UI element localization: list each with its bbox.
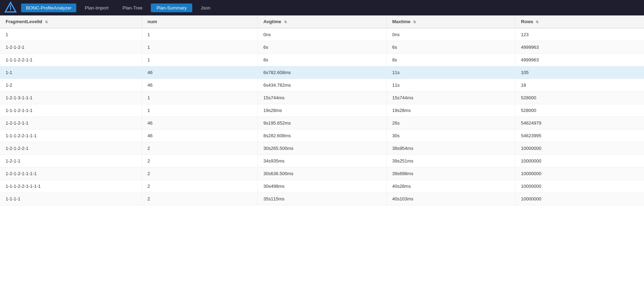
- cell-rows: 105: [515, 66, 644, 79]
- cell-avgtime: 15s744ms: [258, 92, 386, 104]
- cell-num: 1: [142, 104, 258, 117]
- tab-plan-import[interactable]: Plan-Import: [79, 4, 114, 12]
- cell-rows: 54624979: [515, 117, 644, 130]
- table-row[interactable]: 110ns0ns123: [0, 28, 644, 41]
- cell-maxtime: 6s: [386, 41, 515, 54]
- cell-avgtime: 30s636.500ms: [258, 167, 386, 180]
- table-row[interactable]: 1-1-1-2-2-1-1-1-1230s498ms40s28ms1000000…: [0, 180, 644, 193]
- cell-avgtime: 19s28ms: [258, 104, 386, 117]
- table-row[interactable]: 1-1466s782.608ms11s105: [0, 66, 644, 79]
- sort-icon-avgtime: ⇅: [284, 20, 287, 24]
- brand-button[interactable]: BONC-ProfileAnalyzer: [21, 4, 76, 12]
- cell-fragment: 1-1-1-2-2-1-1-1: [0, 130, 142, 142]
- tab-json[interactable]: Json: [195, 4, 216, 12]
- cell-avgtime: 6s434.782ms: [258, 79, 386, 92]
- app-logo: [4, 1, 17, 14]
- table-body: 110ns0ns1231-2-1-2-116s6s49999631-1-1-2-…: [0, 28, 644, 205]
- table-row[interactable]: 1-1-1-2-2-1-118s8s4999963: [0, 54, 644, 66]
- col-label-maxtime: Maxtime: [392, 19, 411, 24]
- table-row[interactable]: 1-2-1-3-1-1-1115s744ms15s744ms528000: [0, 92, 644, 104]
- cell-rows: 10000000: [515, 142, 644, 155]
- cell-fragment: 1-2: [0, 79, 142, 92]
- cell-fragment: 1-2-1-3-1-1-1: [0, 92, 142, 104]
- cell-rows: 54623995: [515, 130, 644, 142]
- data-table: FragmentLevelId ⇅ num Avgtime ⇅ Maxtime …: [0, 15, 644, 205]
- cell-num: 2: [142, 193, 258, 205]
- cell-maxtime: 11s: [386, 79, 515, 92]
- table-row[interactable]: 1-2-1-1234s935ms39s251ms10000000: [0, 155, 644, 167]
- cell-fragment: 1-1-1-2-1-1-1: [0, 104, 142, 117]
- cell-maxtime: 19s28ms: [386, 104, 515, 117]
- table-row[interactable]: 1-2-1-2-116s6s4999963: [0, 41, 644, 54]
- cell-fragment: 1-1-1-2-2-1-1-1-1: [0, 180, 142, 193]
- table-row[interactable]: 1-2-1-2-2-1230s265.500ms38s954ms10000000: [0, 142, 644, 155]
- cell-rows: 528000: [515, 92, 644, 104]
- cell-maxtime: 8s: [386, 54, 515, 66]
- tab-plan-tree[interactable]: Plan-Tree: [117, 4, 148, 12]
- cell-rows: 123: [515, 28, 644, 41]
- cell-avgtime: 8s282.608ms: [258, 130, 386, 142]
- cell-maxtime: 11s: [386, 66, 515, 79]
- col-label-num: num: [148, 19, 157, 24]
- cell-rows: 4999963: [515, 41, 644, 54]
- cell-rows: 10000000: [515, 193, 644, 205]
- cell-maxtime: 30s: [386, 130, 515, 142]
- col-header-avgtime[interactable]: Avgtime ⇅: [258, 15, 386, 28]
- cell-fragment: 1-2-1-2-1-1-1-1: [0, 167, 142, 180]
- table-row[interactable]: 1-2-1-2-1-1-1-1230s636.500ms39s698ms1000…: [0, 167, 644, 180]
- cell-num: 2: [142, 155, 258, 167]
- cell-fragment: 1-1: [0, 66, 142, 79]
- table-row[interactable]: 1-1-1-1235s115ms40s103ms10000000: [0, 193, 644, 205]
- sort-icon-fragment: ⇅: [45, 20, 48, 24]
- sort-icon-rows: ⇅: [536, 20, 539, 24]
- col-label-avgtime: Avgtime: [263, 19, 281, 24]
- cell-num: 1: [142, 28, 258, 41]
- cell-maxtime: 26s: [386, 117, 515, 130]
- cell-maxtime: 40s103ms: [386, 193, 515, 205]
- cell-avgtime: 35s115ms: [258, 193, 386, 205]
- cell-num: 2: [142, 180, 258, 193]
- table-container: FragmentLevelId ⇅ num Avgtime ⇅ Maxtime …: [0, 15, 644, 298]
- cell-fragment: 1-1-1-2-2-1-1: [0, 54, 142, 66]
- table-row[interactable]: 1-1-1-2-2-1-1-1468s282.608ms30s54623995: [0, 130, 644, 142]
- cell-avgtime: 34s935ms: [258, 155, 386, 167]
- cell-num: 2: [142, 167, 258, 180]
- table-row[interactable]: 1-2466s434.782ms11s18: [0, 79, 644, 92]
- col-header-fragment[interactable]: FragmentLevelId ⇅: [0, 15, 142, 28]
- cell-avgtime: 6s782.608ms: [258, 66, 386, 79]
- cell-num: 46: [142, 117, 258, 130]
- cell-num: 1: [142, 54, 258, 66]
- col-header-num: num: [142, 15, 258, 28]
- cell-avgtime: 30s498ms: [258, 180, 386, 193]
- cell-maxtime: 39s698ms: [386, 167, 515, 180]
- col-header-maxtime[interactable]: Maxtime ⇅: [386, 15, 515, 28]
- cell-maxtime: 38s954ms: [386, 142, 515, 155]
- cell-num: 1: [142, 92, 258, 104]
- cell-maxtime: 15s744ms: [386, 92, 515, 104]
- cell-rows: 18: [515, 79, 644, 92]
- cell-maxtime: 0ns: [386, 28, 515, 41]
- cell-fragment: 1: [0, 28, 142, 41]
- table-header: FragmentLevelId ⇅ num Avgtime ⇅ Maxtime …: [0, 15, 644, 28]
- cell-avgtime: 0ns: [258, 28, 386, 41]
- cell-avgtime: 30s265.500ms: [258, 142, 386, 155]
- col-label-rows: Rows: [521, 19, 533, 24]
- cell-avgtime: 8s: [258, 54, 386, 66]
- table-row[interactable]: 1-1-1-2-1-1-1119s28ms19s28ms528000: [0, 104, 644, 117]
- cell-num: 2: [142, 142, 258, 155]
- cell-fragment: 1-2-1-2-1: [0, 41, 142, 54]
- col-label-fragment: FragmentLevelId: [6, 19, 42, 24]
- cell-rows: 10000000: [515, 167, 644, 180]
- cell-maxtime: 39s251ms: [386, 155, 515, 167]
- cell-rows: 10000000: [515, 180, 644, 193]
- cell-num: 46: [142, 130, 258, 142]
- table-row[interactable]: 1-2-1-2-1-1469s195.652ms26s54624979: [0, 117, 644, 130]
- tab-plan-summary[interactable]: Plan-Summary: [151, 4, 192, 12]
- cell-num: 1: [142, 41, 258, 54]
- navbar: BONC-ProfileAnalyzer Plan-Import Plan-Tr…: [0, 0, 644, 15]
- cell-avgtime: 9s195.652ms: [258, 117, 386, 130]
- cell-avgtime: 6s: [258, 41, 386, 54]
- cell-fragment: 1-2-1-2-1-1: [0, 117, 142, 130]
- sort-icon-maxtime: ⇅: [413, 20, 416, 24]
- col-header-rows[interactable]: Rows ⇅: [515, 15, 644, 28]
